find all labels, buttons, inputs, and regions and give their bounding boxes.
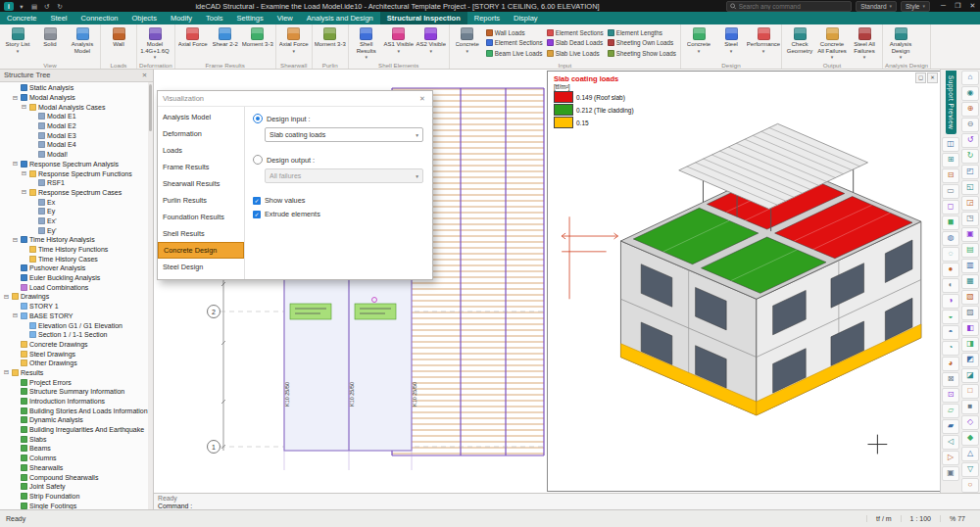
tree-item-ex[interactable]: Ex'	[0, 216, 153, 226]
tree-item-modal-e3[interactable]: Modal E3	[0, 130, 153, 140]
status-zoom[interactable]: % 77	[940, 515, 974, 522]
ribbon-toggle-element-sections[interactable]: Element Sections	[547, 28, 604, 36]
side-toolbar-icon-9[interactable]: ●	[942, 263, 959, 277]
edge-toolbar-icon-21[interactable]: □	[961, 384, 979, 399]
side-toolbar-icon-6[interactable]: ◼	[942, 216, 959, 230]
tree-item-modal-e4[interactable]: Modal E4	[0, 140, 153, 150]
tree-item-rsf1[interactable]: RSF1	[0, 178, 153, 188]
ribbon-button-as1-visible[interactable]: AS1 Visible▾	[383, 25, 415, 62]
side-toolbar-icon-3[interactable]: ⊟	[942, 168, 959, 183]
style-combo[interactable]: Style ▾	[901, 1, 930, 12]
viz-list-item-analysis-model[interactable]: Analysis Model	[158, 109, 244, 125]
tree-expander-icon[interactable]: ⊟	[3, 293, 10, 301]
tree-item-drawings[interactable]: ⊟Drawings	[0, 292, 153, 302]
tree-item-concrete-drawings[interactable]: Concrete Drawings	[0, 340, 153, 350]
tree-item-modal-e1[interactable]: Modal E1	[0, 112, 153, 121]
edge-toolbar-icon-6[interactable]: ↻	[961, 149, 979, 164]
structure-tree-header[interactable]: Structure Tree ✕	[0, 69, 153, 82]
tree-item-structure-summary-information[interactable]: Structure Summary Information	[0, 387, 153, 397]
tree-item-modal-analysis[interactable]: ⊟Modal Analysis	[0, 93, 153, 103]
tree-item-modal[interactable]: Modal!	[0, 150, 153, 160]
tree-item-ey[interactable]: Ey'	[0, 225, 153, 235]
menu-item-display[interactable]: Display	[507, 12, 545, 24]
side-toolbar-icon-4[interactable]: ▭	[942, 184, 959, 199]
tree-scrollbar[interactable]	[148, 82, 153, 510]
tree-item-ey[interactable]: Ey	[0, 207, 153, 216]
restore-button[interactable]: ❐	[951, 0, 965, 12]
command-search-box[interactable]	[726, 1, 852, 12]
tree-item-euler-buckling-analysis[interactable]: Euler Buckling Analysis	[0, 273, 153, 283]
ribbon-button-concrete[interactable]: Concrete▾	[452, 25, 483, 62]
side-toolbar-icon-21[interactable]: ▷	[942, 451, 959, 465]
ribbon-toggle-slab-dead-loads[interactable]: Slab Dead Loads	[547, 39, 604, 47]
tree-item-compound-shearwalls[interactable]: Compound Shearwalls	[0, 472, 153, 482]
tree-item-strip-foundation[interactable]: Strip Foundation	[0, 492, 153, 502]
tree-item-time-history-analysis[interactable]: ⊟Time History Analysis	[0, 235, 153, 245]
tree-expander-icon[interactable]: ⊟	[21, 188, 27, 196]
dialog-title-bar[interactable]: Visualization ✕	[158, 91, 432, 107]
ribbon-button-story-list[interactable]: Story List▾	[2, 25, 33, 62]
tree-item-elevation-g1-g1-elevation[interactable]: Elevation G1 / G1 Elevation	[0, 320, 153, 330]
tree-item-response-spectrum-analysis[interactable]: ⊟Response Spectrum Analysis	[0, 160, 153, 169]
ribbon-button-performance[interactable]: Performance▾	[748, 25, 779, 62]
side-toolbar-icon-16[interactable]: ⊠	[942, 372, 959, 387]
tree-item-static-analysis[interactable]: Static Analysis	[0, 83, 153, 93]
undo-icon[interactable]: ↺	[42, 2, 52, 11]
design-input-radio[interactable]: Design input :	[253, 114, 424, 123]
side-toolbar-icon-22[interactable]: ▣	[942, 466, 959, 481]
viz-list-item-frame-results[interactable]: Frame Results	[158, 159, 244, 175]
edge-toolbar-icon-12[interactable]: ▤	[961, 243, 979, 258]
redo-icon[interactable]: ↻	[55, 2, 65, 11]
edge-toolbar-icon-18[interactable]: ◨	[961, 337, 979, 352]
status-units[interactable]: tf / m	[866, 515, 901, 522]
tree-item-results[interactable]: ⊟Results	[0, 368, 153, 378]
tree-expander-icon[interactable]: ⊟	[12, 160, 19, 168]
tree-item-pushover-analysis[interactable]: Pushover Analysis	[0, 264, 153, 273]
ribbon-button-moment-3-3[interactable]: Moment 3-3	[315, 25, 346, 62]
ribbon-toggle-sheeting-own-loads[interactable]: Sheeting Own Loads	[608, 39, 676, 47]
tree-item-other-drawings[interactable]: Other Drawings	[0, 359, 153, 368]
status-scale[interactable]: 1 : 100	[901, 515, 940, 522]
extrude-elements-checkbox[interactable]: ✓ Extrude elements	[253, 210, 424, 218]
viz-list-item-shearwall-results[interactable]: Shearwall Results	[158, 175, 244, 192]
ribbon-button-axial-force[interactable]: Axial Force▾	[278, 25, 310, 62]
view-3d-window[interactable]: ▢ ✕ Slab coating loads [tf/m²] 0.149 (Ro…	[547, 71, 941, 492]
edge-toolbar-icon-11[interactable]: ▣	[961, 227, 979, 242]
menu-item-concrete[interactable]: Concrete	[0, 12, 43, 24]
ribbon-toggle-beam-live-loads[interactable]: Beam Live Loads	[486, 49, 543, 57]
tree-item-shearwalls[interactable]: Shearwalls	[0, 463, 153, 473]
minimize-button[interactable]: ─	[936, 0, 951, 12]
ribbon-toggle-wall-loads[interactable]: Wall Loads	[486, 28, 543, 36]
ribbon-button-steel[interactable]: Steel▾	[715, 25, 747, 62]
tree-item-joint-safety[interactable]: Joint Safety	[0, 482, 153, 492]
edge-toolbar-icon-20[interactable]: ◪	[961, 368, 979, 383]
viz-list-item-shell-results[interactable]: Shell Results	[158, 225, 244, 242]
side-toolbar-icon-19[interactable]: ▰	[942, 419, 959, 434]
ribbon-button-model-1-4g-1-6q[interactable]: Model 1.4G+1.6Q▾	[139, 25, 171, 62]
tree-expander-icon[interactable]: ⊟	[21, 103, 27, 111]
side-toolbar-icon-5[interactable]: ◻	[942, 200, 959, 215]
ribbon-button-wall[interactable]: Wall	[103, 25, 134, 62]
viz-list-item-deformation[interactable]: Deformation	[158, 125, 244, 142]
edge-toolbar-icon-16[interactable]: ▨	[961, 306, 979, 320]
edge-toolbar-icon-4[interactable]: ⊖	[961, 118, 979, 132]
edge-toolbar-icon-17[interactable]: ◧	[961, 321, 979, 336]
ribbon-button-as2-visible[interactable]: AS2 Visible▾	[416, 25, 447, 62]
tree-item-story-1[interactable]: STORY 1	[0, 302, 153, 311]
edge-toolbar-icon-19[interactable]: ◩	[961, 353, 979, 367]
ribbon-button-concrete[interactable]: Concrete▾	[683, 25, 714, 62]
ribbon-button-analysis-design[interactable]: Analysis Design▾	[885, 25, 916, 62]
menu-item-steel[interactable]: Steel	[43, 12, 74, 24]
tree-item-slabs[interactable]: Slabs	[0, 434, 153, 444]
tree-item-columns[interactable]: Columns	[0, 454, 153, 463]
tree-expander-icon[interactable]: ⊟	[3, 368, 10, 376]
tree-item-time-history-functions[interactable]: Time History Functions	[0, 245, 153, 255]
tree-scrollbar-thumb[interactable]	[149, 84, 152, 131]
tree-item-beams[interactable]: Beams	[0, 444, 153, 454]
side-toolbar-icon-12[interactable]: ◒	[942, 310, 959, 324]
menu-chevron-icon[interactable]: ▾	[17, 2, 26, 11]
edge-toolbar-icon-15[interactable]: ▧	[961, 290, 979, 305]
tree-item-time-history-cases[interactable]: Time History Cases	[0, 254, 153, 264]
tree-expander-icon[interactable]: ⊟	[12, 311, 19, 319]
tree-item-modal-analysis-cases[interactable]: ⊟Modal Analysis Cases	[0, 102, 153, 112]
